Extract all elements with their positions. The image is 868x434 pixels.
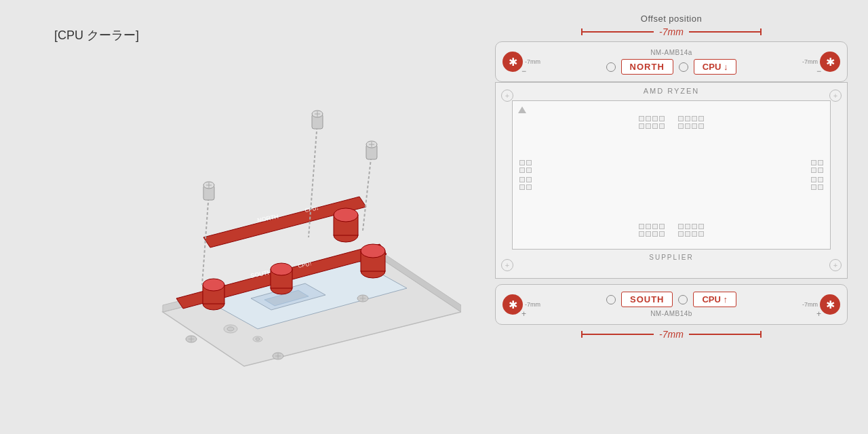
cpu-area: AMD RYZEN <box>495 82 848 279</box>
page-title: [CPU クーラー] <box>54 27 139 43</box>
supplier-label: SUPPLIER <box>496 252 847 262</box>
offset-position-label: Offset position <box>475 14 868 24</box>
south-button[interactable]: SOUTH <box>621 292 673 307</box>
top-bracket-center: NM-AMB14a NORTH CPU ↓ <box>606 49 737 75</box>
svg-line-29 <box>363 153 372 231</box>
top-right-offset: -7mm <box>802 58 818 65</box>
right-connectors <box>811 160 823 190</box>
top-bracket-model: NM-AMB14a <box>650 49 692 56</box>
top-bracket: ✱ -7mm NM-AMB14a NORTH CPU ↓ -7mm ✱ − <box>495 41 848 82</box>
svg-point-23 <box>334 208 358 222</box>
bottom-connectors <box>639 224 704 237</box>
top-left-offset: -7mm <box>525 58 540 65</box>
bottom-small-circle-left <box>606 295 616 304</box>
top-small-circle-right <box>679 62 688 72</box>
socket-marker <box>518 106 526 113</box>
cpu-socket <box>512 100 831 250</box>
corner-hole-tl: + <box>501 90 513 102</box>
corner-hole-bl: + <box>501 259 513 271</box>
bottom-bracket-center: SOUTH CPU ↑ NM-AMB14b <box>606 292 736 317</box>
bottom-right-screw-group: -7mm ✱ <box>802 294 840 315</box>
top-right-screw-group: -7mm ✱ <box>802 52 840 72</box>
svg-point-17 <box>271 263 292 275</box>
north-button[interactable]: NORTH <box>621 59 673 75</box>
isometric-diagram: SOUTH CPU↑ NORTH CPU↓ <box>41 54 461 407</box>
top-offset-value: -7mm <box>654 26 689 37</box>
svg-point-51 <box>256 338 260 340</box>
bottom-left-offset: -7mm <box>525 301 540 308</box>
bottom-small-circle-right <box>678 295 688 304</box>
svg-point-14 <box>203 279 224 291</box>
bottom-right-offset: -7mm <box>802 301 818 308</box>
bottom-bracket: ✱ -7mm SOUTH CPU ↑ NM-AMB14b -7mm ✱ + <box>495 284 848 325</box>
corner-hole-br: + <box>829 259 842 271</box>
bottom-right-screw: ✱ <box>820 294 840 315</box>
corner-hole-tr: + <box>829 90 842 102</box>
left-panel: [CPU クーラー] SOUTH CPU↑ NORTH CPU↓ <box>0 0 475 434</box>
right-panel: Offset position -7mm ✱ -7mm NM-AMB14a <box>475 0 868 434</box>
cpu-area-title: AMD RYZEN <box>496 83 847 98</box>
bottom-bracket-model: NM-AMB14b <box>650 310 692 317</box>
top-left-screw: ✱ <box>502 52 523 72</box>
bottom-offset-value: -7mm <box>654 329 689 340</box>
top-small-circle-left <box>606 62 616 72</box>
top-connectors <box>639 116 704 129</box>
top-right-screw: ✱ <box>820 52 840 72</box>
cpu-down-button[interactable]: CPU ↓ <box>694 59 737 75</box>
svg-point-49 <box>227 327 234 331</box>
cpu-up-button[interactable]: CPU ↑ <box>693 292 736 307</box>
left-connectors <box>519 160 532 190</box>
bottom-left-screw: ✱ <box>502 294 523 315</box>
svg-point-20 <box>361 244 385 258</box>
